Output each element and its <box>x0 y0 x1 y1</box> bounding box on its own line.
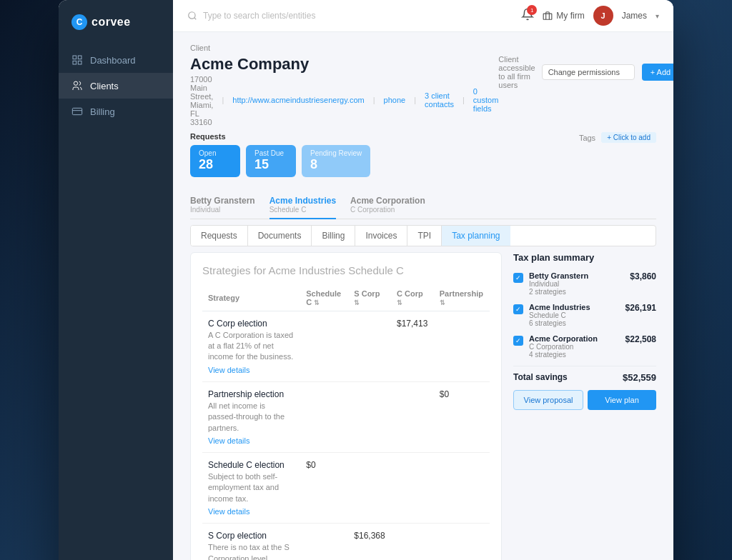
betty-strategies: 2 strategies <box>529 288 624 296</box>
tab-acme-corp[interactable]: Acme Corporation C Corporation <box>350 191 425 219</box>
svg-point-7 <box>189 12 195 19</box>
billing-icon <box>71 106 83 117</box>
client-contacts[interactable]: 3 client contacts <box>425 91 454 109</box>
dashboard-icon <box>71 54 83 66</box>
acme-corp-checkbox[interactable] <box>513 336 523 346</box>
strategy-name-2: Partnership election <box>208 389 295 399</box>
total-amount: $52,559 <box>623 372 656 383</box>
client-actions: Client accessible to all firm users Chan… <box>498 55 673 89</box>
tab-acme-industries[interactable]: Acme Industries Schedule C <box>269 191 336 219</box>
search-bar[interactable]: Type to search clients/entities <box>187 11 315 21</box>
user-dropdown-icon[interactable]: ▾ <box>656 12 659 20</box>
s-corp-val-4: $16,368 <box>348 524 391 560</box>
acme-corp-strategies: 4 strategies <box>529 351 620 359</box>
logo-icon <box>71 14 87 30</box>
firm-button[interactable]: My firm <box>543 11 584 21</box>
search-placeholder: Type to search clients/entities <box>203 11 315 21</box>
requests-cards: Open 28 Past Due 15 Pending Review 8 <box>190 145 370 177</box>
subtab-billing[interactable]: Billing <box>312 226 355 246</box>
client-address: 17000 Main Street, Miami, FL 33160 <box>190 75 213 126</box>
firm-icon <box>543 11 553 21</box>
content-area: Client Acme Company 17000 Main Street, M… <box>173 32 673 560</box>
strategy-name-1: C Corp election <box>208 319 295 329</box>
acme-ind-info: Acme Industries Schedule C 6 strategies <box>529 303 620 327</box>
user-avatar[interactable]: J <box>593 6 613 26</box>
table-row: S Corp election There is no tax at the S… <box>202 524 490 560</box>
view-proposal-button[interactable]: View proposal <box>513 390 583 410</box>
strategy-desc-3: Subject to both self-employment tax and … <box>208 471 295 504</box>
notification-bell[interactable]: 1 <box>521 8 534 24</box>
main-content: Type to search clients/entities 1 My fir… <box>173 0 673 560</box>
pending-requests-card[interactable]: Pending Review 8 <box>302 145 370 177</box>
tab-betty[interactable]: Betty Granstern Individual <box>190 191 255 219</box>
summary-buttons: View proposal View plan <box>513 390 656 410</box>
view-details-2[interactable]: View details <box>208 436 250 445</box>
partnership-val-2: $0 <box>434 381 490 452</box>
strategy-desc-4: There is no tax at the S Corporation lev… <box>208 542 295 560</box>
open-requests-card[interactable]: Open 28 <box>190 145 240 177</box>
tags-row: Tags + Click to add <box>579 132 656 143</box>
logo-text: corvee <box>92 16 131 29</box>
subtab-invoices[interactable]: Invoices <box>355 226 407 246</box>
subtab-requests[interactable]: Requests <box>191 226 248 246</box>
clients-icon <box>71 80 83 91</box>
col-schedule-c[interactable]: Schedule C <box>300 285 348 311</box>
strategy-name-3: Schedule C election <box>208 460 295 470</box>
schedule-c-val-2 <box>300 381 348 452</box>
permissions-label: Client accessible to all firm users <box>498 55 535 89</box>
pastdue-requests-card[interactable]: Past Due 15 <box>246 145 296 177</box>
client-custom-fields[interactable]: 0 custom fields <box>473 87 498 113</box>
summary-divider <box>513 366 656 366</box>
acme-ind-checkbox[interactable] <box>513 304 523 314</box>
total-label: Total savings <box>513 372 568 382</box>
view-plan-button[interactable]: View plan <box>588 390 656 410</box>
acme-corp-name: Acme Corporation <box>529 334 620 343</box>
svg-rect-1 <box>78 56 81 59</box>
sidebar-item-billing[interactable]: Billing <box>59 99 173 124</box>
svg-rect-0 <box>73 56 76 59</box>
sidebar: corvee Dashboard Clients Billing v1.2.10… <box>59 0 173 560</box>
partnership-val-1 <box>434 311 490 381</box>
logo: corvee <box>59 14 173 47</box>
user-label[interactable]: James <box>622 11 647 21</box>
permissions-select[interactable]: Change permissions <box>542 64 635 80</box>
strategies-table: Strategy Schedule C S Corp C Corp Partne… <box>202 285 490 560</box>
col-partnership[interactable]: Partnership <box>434 285 490 311</box>
svg-rect-5 <box>72 108 81 114</box>
strategies-title-sub: Schedule C <box>348 264 404 276</box>
schedule-c-val-3: $0 <box>300 452 348 523</box>
notification-count: 1 <box>527 5 537 15</box>
col-s-corp[interactable]: S Corp <box>348 285 391 311</box>
col-c-corp[interactable]: C Corp <box>391 285 434 311</box>
subtab-documents[interactable]: Documents <box>248 226 312 246</box>
strategy-cell-4: S Corp election There is no tax at the S… <box>202 524 300 560</box>
schedule-c-val-4 <box>300 524 348 560</box>
betty-checkbox[interactable] <box>513 273 523 283</box>
add-requests-button[interactable]: + Add requests <box>642 64 673 81</box>
sidebar-nav: Dashboard Clients Billing <box>59 47 173 124</box>
summary-title: Tax plan summary <box>513 252 656 263</box>
pastdue-label: Past Due <box>254 149 287 157</box>
client-name: Acme Company <box>190 55 498 74</box>
view-details-1[interactable]: View details <box>208 366 250 374</box>
subtab-tpi[interactable]: TPI <box>407 226 442 246</box>
s-corp-val-1 <box>348 311 391 381</box>
table-row: Partnership election All net income is p… <box>202 381 490 452</box>
client-website[interactable]: http://www.acmeindustriesenergy.com <box>232 96 364 104</box>
subtab-tax-planning[interactable]: Tax planning <box>442 226 510 246</box>
view-details-3[interactable]: View details <box>208 507 250 516</box>
c-corp-val-3 <box>391 452 434 523</box>
click-to-add-tag[interactable]: + Click to add <box>601 132 656 143</box>
c-corp-val-4 <box>391 524 434 560</box>
sidebar-item-clients[interactable]: Clients <box>59 73 173 99</box>
tab-acme-corp-name: Acme Corporation <box>350 196 425 206</box>
client-header: Acme Company 17000 Main Street, Miami, F… <box>190 55 656 126</box>
sidebar-item-dashboard[interactable]: Dashboard <box>59 47 173 73</box>
strategy-desc-2: All net income is passed-through to the … <box>208 401 295 434</box>
pastdue-count: 15 <box>254 157 287 173</box>
tab-betty-name: Betty Granstern <box>190 196 255 206</box>
col-strategy: Strategy <box>202 285 300 311</box>
summary-item-betty: Betty Granstern Individual 2 strategies … <box>513 271 656 296</box>
betty-name: Betty Granstern <box>529 271 624 280</box>
acme-ind-strategies: 6 strategies <box>529 319 620 327</box>
